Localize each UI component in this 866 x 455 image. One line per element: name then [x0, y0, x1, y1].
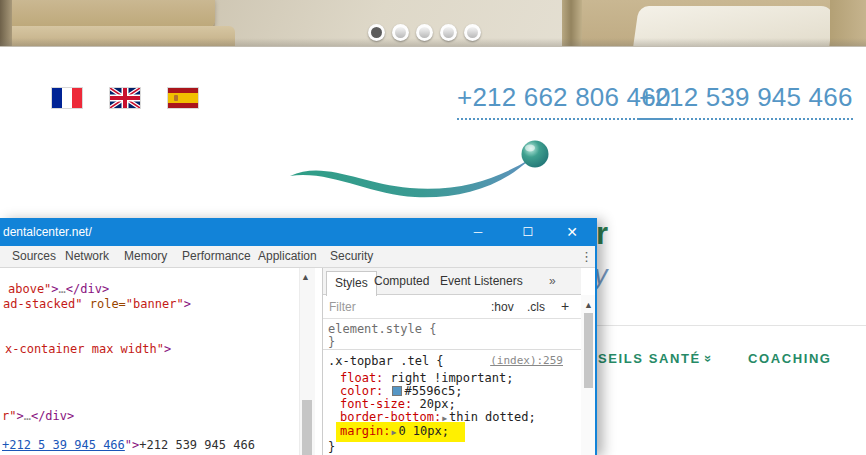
collapsed-ellipsis[interactable]: … [59, 282, 66, 296]
closing-tag: </div> [31, 409, 74, 423]
styles-filter-input[interactable]: Filter [329, 300, 479, 314]
property-value: 0 10px; [398, 424, 449, 438]
element-style-selector[interactable]: element.style { [328, 322, 436, 336]
tab-application[interactable]: Application [258, 246, 317, 267]
tab-network[interactable]: Network [65, 246, 109, 267]
tel-attr-link[interactable]: +212 5 39 945 466 [2, 438, 125, 452]
styles-pane: Styles Computed Event Listeners » Filter… [323, 268, 581, 455]
attr-name: role= [82, 297, 125, 311]
hover-state-toggle[interactable]: :hov [491, 300, 514, 314]
expand-arrow-icon[interactable]: ▶ [392, 428, 397, 437]
color-swatch[interactable] [392, 386, 402, 396]
nav-divider [597, 325, 866, 326]
site-title-fragment: r [596, 216, 608, 252]
dom-line-4[interactable]: r">…</div> [2, 409, 74, 423]
tab-overflow-icon[interactable]: » [549, 274, 556, 288]
dom-line-3[interactable]: x-container max width"> [5, 342, 171, 356]
attr-value: x-container max width" [5, 342, 164, 356]
nav-item-conseils-sante[interactable]: SEILS SANTÉ» [598, 351, 712, 366]
spanish-flag-icon[interactable] [168, 88, 198, 108]
text-node: +212 539 945 466 [139, 438, 255, 452]
property-value: 20px; [419, 397, 455, 411]
dom-line-1[interactable]: above">…</div> [8, 282, 109, 296]
new-style-rule-button[interactable]: + [561, 298, 569, 314]
tag-bracket: > [184, 297, 191, 311]
property-name: color: [340, 384, 383, 398]
css-property-color[interactable]: color: #5596c5; [340, 384, 462, 398]
devtools-window-title: dentalcenter.net/ [3, 218, 92, 246]
property-name: float: [340, 371, 383, 385]
tab-sources[interactable]: Sources [12, 246, 56, 267]
tab-computed[interactable]: Computed [374, 274, 429, 288]
class-toggle[interactable]: .cls [527, 300, 545, 314]
property-value: right !important; [391, 371, 514, 385]
french-flag-icon[interactable] [52, 88, 82, 108]
carousel-dot-3[interactable] [416, 24, 433, 41]
nav-item-coaching[interactable]: COACHING [748, 351, 832, 366]
carousel-dots [368, 24, 481, 41]
logo-swoosh[interactable] [285, 132, 550, 207]
page: +212 662 806 460 +212 539 945 466 r y SE… [0, 0, 866, 455]
tab-security[interactable]: Security [330, 246, 373, 267]
stylesheet-source-link[interactable]: (index):259 [490, 354, 563, 367]
dom-line-5[interactable]: +212 5 39 945 466">+212 539 945 466 [2, 438, 255, 452]
tab-memory[interactable]: Memory [124, 246, 167, 267]
devtools-titlebar[interactable]: dentalcenter.net/ ─ ☐ ✕ [0, 218, 595, 246]
attr-value: ad-stacked" [3, 297, 82, 311]
property-name: margin: [340, 424, 391, 438]
close-button[interactable]: ✕ [556, 218, 588, 246]
carousel-dot-5[interactable] [464, 24, 481, 41]
tab-performance[interactable]: Performance [182, 246, 251, 267]
phone-number-2[interactable]: +212 539 945 466 [639, 82, 853, 120]
uk-flag-icon[interactable] [110, 88, 140, 108]
elements-scrollbar-thumb[interactable] [302, 400, 312, 455]
devtools-window: dentalcenter.net/ ─ ☐ ✕ Sources Network … [0, 218, 597, 455]
highlighted-declaration: margin:▶0 10px; [336, 422, 465, 442]
css-rule-selector[interactable]: .x-topbar .tel { [328, 354, 444, 368]
attr-value: r" [2, 409, 16, 423]
devtools-body: above">…</div> ad-stacked" role="banner"… [0, 268, 595, 455]
property-value: #5596c5; [405, 384, 463, 398]
styles-filterbar: Filter :hov .cls + [323, 295, 581, 319]
hero-cushion-left [10, 0, 215, 28]
css-property-font-size[interactable]: font-size: 20px; [340, 397, 456, 411]
css-rule-close: } [328, 440, 335, 454]
rule-separator [323, 349, 581, 350]
css-property-float[interactable]: float: right !important; [340, 371, 513, 385]
styles-tabstrip: Styles Computed Event Listeners » [323, 268, 581, 295]
element-style-close: } [328, 335, 335, 349]
carousel-dot-2[interactable] [392, 24, 409, 41]
property-name: font-size: [340, 397, 412, 411]
tab-styles[interactable]: Styles [326, 271, 377, 296]
collapsed-ellipsis[interactable]: … [24, 409, 31, 423]
maximize-button[interactable]: ☐ [512, 218, 544, 246]
carousel-dot-1[interactable] [368, 24, 385, 41]
closing-tag: </div> [66, 282, 109, 296]
attr-value: above" [8, 282, 51, 296]
tag-bracket: > [164, 342, 171, 356]
tag-bracket: > [16, 409, 23, 423]
carousel-dot-4[interactable] [440, 24, 457, 41]
tag-bracket: > [51, 282, 58, 296]
minimize-button[interactable]: ─ [462, 218, 494, 246]
dom-line-2[interactable]: ad-stacked" role="banner"> [3, 297, 191, 311]
nav-item-label: SEILS SANTÉ [598, 351, 701, 366]
tab-event-listeners[interactable]: Event Listeners [440, 274, 523, 288]
scroll-up-icon[interactable]: ▲ [301, 272, 310, 282]
more-options-icon[interactable]: ⋮ [580, 246, 593, 267]
css-property-margin[interactable]: margin:▶0 10px; [340, 424, 465, 438]
chevron-double-down-icon: » [701, 355, 716, 362]
devtools-tabbar: Sources Network Memory Performance Appli… [0, 246, 595, 268]
scroll-up-icon[interactable]: ▲ [584, 300, 593, 310]
tag-bracket: "> [125, 438, 139, 452]
attr-value: "banner" [126, 297, 184, 311]
styles-scrollbar-thumb[interactable] [584, 313, 593, 388]
